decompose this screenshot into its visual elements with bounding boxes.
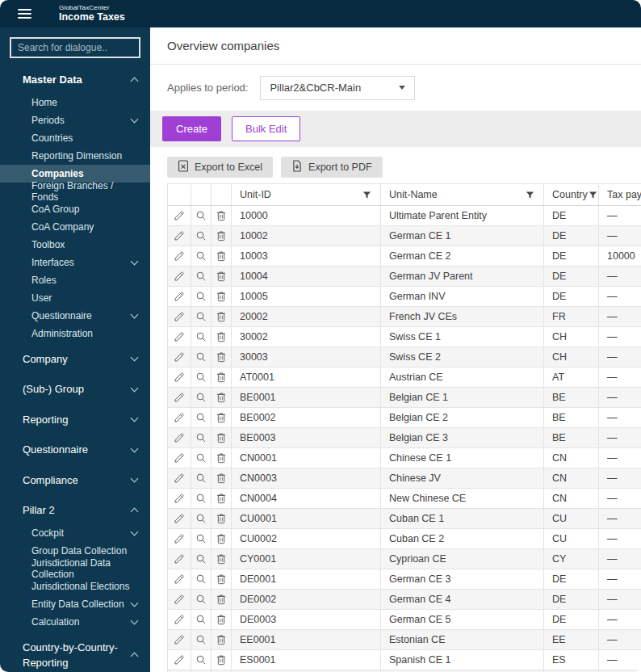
edit-icon[interactable] — [168, 509, 191, 528]
delete-icon[interactable] — [212, 509, 231, 528]
delete-icon[interactable] — [212, 307, 231, 326]
filter-icon[interactable] — [588, 190, 598, 200]
bulk-edit-button[interactable]: Bulk Edit — [232, 116, 300, 141]
delete-icon[interactable] — [212, 630, 231, 649]
edit-icon[interactable] — [168, 368, 191, 387]
sidebar-section-questionnaire[interactable]: Questionnaire — [0, 436, 150, 464]
delete-icon[interactable] — [212, 226, 231, 246]
edit-icon[interactable] — [168, 468, 191, 488]
view-icon[interactable] — [191, 368, 211, 387]
view-icon[interactable] — [191, 408, 211, 427]
view-icon[interactable] — [191, 347, 211, 367]
search-input[interactable] — [10, 37, 140, 58]
view-icon[interactable] — [191, 287, 211, 306]
edit-icon[interactable] — [168, 246, 191, 266]
view-icon[interactable] — [191, 549, 211, 569]
edit-icon[interactable] — [168, 408, 191, 427]
period-select[interactable]: Pillar2&CbCR-Main — [260, 76, 415, 100]
view-icon[interactable] — [191, 388, 211, 407]
edit-icon[interactable] — [168, 428, 191, 447]
delete-icon[interactable] — [212, 468, 231, 488]
sidebar-item-periods[interactable]: Periods — [0, 111, 150, 129]
edit-icon[interactable] — [168, 347, 191, 367]
delete-icon[interactable] — [212, 206, 231, 225]
view-icon[interactable] — [191, 327, 211, 346]
delete-icon[interactable] — [212, 650, 231, 670]
delete-icon[interactable] — [212, 549, 231, 569]
view-icon[interactable] — [191, 489, 211, 508]
sidebar-item-foreign-branches-fonds[interactable]: Foreign Branches / Fonds — [0, 183, 150, 200]
sidebar-item-interfaces[interactable]: Interfaces — [0, 254, 150, 271]
sidebar-item-coa-group[interactable]: CoA Group — [0, 200, 150, 218]
delete-icon[interactable] — [212, 428, 231, 447]
delete-icon[interactable] — [212, 448, 231, 468]
delete-icon[interactable] — [212, 246, 231, 266]
delete-icon[interactable] — [212, 267, 231, 286]
view-icon[interactable] — [191, 610, 211, 629]
edit-icon[interactable] — [168, 630, 191, 649]
delete-icon[interactable] — [212, 590, 231, 609]
view-icon[interactable] — [191, 529, 211, 548]
sidebar-item-administration[interactable]: Administration — [0, 325, 150, 342]
sidebar-item-questionnaire[interactable]: Questionnaire — [0, 307, 150, 325]
sidebar-item-user[interactable]: User — [0, 289, 150, 307]
sidebar-item-coa-company[interactable]: CoA Company — [0, 218, 150, 236]
edit-icon[interactable] — [168, 327, 191, 346]
delete-icon[interactable] — [212, 368, 231, 387]
edit-icon[interactable] — [168, 267, 191, 286]
sidebar-section-master-data[interactable]: Master Data — [0, 66, 150, 94]
export-excel-button[interactable]: Export to Excel — [167, 157, 273, 178]
sidebar-section-country-by-country-reporting[interactable]: Country-by-Country-Reporting — [0, 634, 150, 672]
edit-icon[interactable] — [168, 388, 191, 407]
view-icon[interactable] — [191, 590, 211, 609]
edit-icon[interactable] — [168, 206, 191, 225]
sidebar-item-roles[interactable]: Roles — [0, 271, 150, 289]
edit-icon[interactable] — [168, 226, 191, 246]
view-icon[interactable] — [191, 267, 211, 286]
sidebar-item-home[interactable]: Home — [0, 94, 150, 111]
view-icon[interactable] — [191, 307, 211, 326]
view-icon[interactable] — [191, 246, 211, 266]
delete-icon[interactable] — [212, 287, 231, 306]
edit-icon[interactable] — [168, 287, 191, 306]
view-icon[interactable] — [191, 650, 211, 670]
edit-icon[interactable] — [168, 307, 191, 326]
sidebar-item-countries[interactable]: Countries — [0, 129, 150, 147]
sidebar-item-cockpit[interactable]: Cockpit — [0, 524, 150, 542]
sidebar-item-calculation[interactable]: Calculation — [0, 613, 150, 631]
view-icon[interactable] — [191, 509, 211, 528]
hamburger-menu-icon[interactable] — [18, 9, 31, 19]
edit-icon[interactable] — [168, 489, 191, 508]
view-icon[interactable] — [191, 448, 211, 468]
sidebar-item-entity-data-collection[interactable]: Entity Data Collection — [0, 595, 150, 613]
delete-icon[interactable] — [212, 569, 231, 589]
delete-icon[interactable] — [212, 529, 231, 548]
sidebar-item-jurisdictional-data-collection[interactable]: Jurisdictional Data Collection — [0, 560, 150, 578]
sidebar-section-pillar-2[interactable]: Pillar 2 — [0, 497, 150, 524]
edit-icon[interactable] — [168, 590, 191, 609]
sidebar-item-jurisdictional-elections[interactable]: Jurisdictional Elections — [0, 578, 150, 595]
view-icon[interactable] — [191, 428, 211, 447]
edit-icon[interactable] — [168, 549, 191, 569]
create-button[interactable]: Create — [162, 116, 221, 141]
delete-icon[interactable] — [212, 347, 231, 367]
delete-icon[interactable] — [212, 610, 231, 629]
sidebar-section-company[interactable]: Company — [0, 346, 150, 373]
delete-icon[interactable] — [212, 327, 231, 346]
edit-icon[interactable] — [168, 569, 191, 589]
edit-icon[interactable] — [168, 448, 191, 468]
sidebar-item-toolbox[interactable]: Toolbox — [0, 236, 150, 254]
delete-icon[interactable] — [212, 388, 231, 407]
view-icon[interactable] — [191, 206, 211, 225]
sidebar-section-sub-group[interactable]: (Sub-) Group — [0, 376, 150, 403]
sidebar-section-compliance[interactable]: Compliance — [0, 467, 150, 494]
view-icon[interactable] — [191, 226, 211, 246]
view-icon[interactable] — [191, 569, 211, 589]
sidebar-item-reporting-dimension[interactable]: Reporting Dimension — [0, 147, 150, 165]
filter-icon[interactable] — [525, 190, 535, 200]
edit-icon[interactable] — [168, 610, 191, 629]
sidebar-section-reporting[interactable]: Reporting — [0, 406, 150, 434]
view-icon[interactable] — [191, 468, 211, 488]
delete-icon[interactable] — [212, 408, 231, 427]
delete-icon[interactable] — [212, 489, 231, 508]
